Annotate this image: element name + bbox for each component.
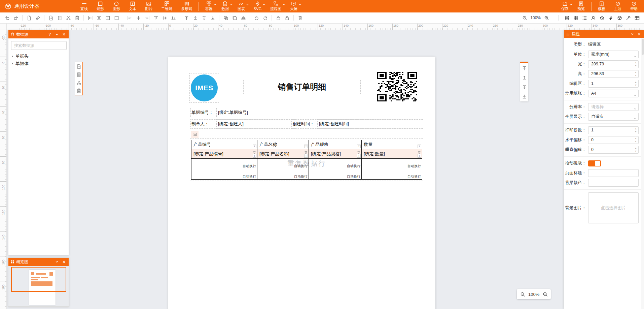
rotate-left-button[interactable] <box>253 14 260 22</box>
tool-save[interactable]: 保存 <box>557 0 573 12</box>
close-icon[interactable] <box>637 31 642 37</box>
text-style-badge[interactable]: T <box>357 145 361 148</box>
zoom-in-button[interactable] <box>543 14 550 22</box>
tool-circle[interactable]: 圆形 <box>108 0 124 12</box>
property-stepper[interactable]: 0▲▼ <box>588 136 639 144</box>
move-up-button[interactable] <box>521 74 527 81</box>
properties-scrollbar[interactable] <box>641 38 644 309</box>
duplicate-button[interactable] <box>231 14 238 22</box>
tree-item-docbody[interactable]: 单据体 <box>8 60 69 67</box>
autowrap-cell[interactable]: 自动换行 <box>191 159 257 169</box>
stepper-arrows[interactable]: ▲▼ <box>635 61 637 67</box>
widgets-button[interactable] <box>572 14 579 22</box>
datasource-panel-header[interactable]: 数据源 ? <box>8 30 69 38</box>
datasource-search-input[interactable] <box>11 41 67 50</box>
viewport-rect[interactable] <box>11 267 66 292</box>
panel-button[interactable] <box>633 14 641 22</box>
clipboard-button[interactable] <box>76 88 82 94</box>
property-select[interactable]: 毫米(mm) <box>588 51 639 58</box>
tool-text[interactable]: 文本 <box>124 0 141 12</box>
move-up-button[interactable] <box>191 14 199 22</box>
dist-v-button[interactable] <box>95 14 103 22</box>
move-down-button[interactable] <box>200 14 208 22</box>
rotate-right-button[interactable] <box>261 14 269 22</box>
text-style-badge[interactable]: T <box>304 145 308 148</box>
lock-button[interactable] <box>275 14 282 22</box>
collapse-icon[interactable] <box>54 259 60 265</box>
align-center-v-button[interactable] <box>161 14 168 22</box>
header-cell[interactable]: 数量T <box>362 140 422 149</box>
tool-line[interactable]: 直线 <box>76 0 92 12</box>
history-button[interactable] <box>598 14 606 22</box>
qrcode-element[interactable] <box>377 72 417 101</box>
text-style-badge[interactable]: T <box>357 154 361 158</box>
user-button[interactable] <box>589 14 597 22</box>
text-style-badge[interactable]: T <box>418 145 421 148</box>
tool-template[interactable]: 模板 <box>594 0 610 12</box>
tool-image[interactable]: 图片 <box>141 0 157 12</box>
unlock-button[interactable] <box>283 14 291 22</box>
stepper-arrows[interactable]: ▲▼ <box>635 137 637 143</box>
text-style-badge[interactable]: T <box>253 154 256 158</box>
move-down-button[interactable] <box>521 84 527 90</box>
close-icon[interactable] <box>61 32 67 37</box>
debug-button[interactable] <box>607 14 614 22</box>
title-text-element[interactable]: 销售订单明细 <box>243 80 361 94</box>
property-stepper[interactable]: 0▲▼ <box>588 146 639 154</box>
page-copy-button[interactable] <box>76 71 82 78</box>
property-select[interactable]: A4 <box>588 90 639 97</box>
text-style-badge[interactable]: T <box>304 154 308 158</box>
stepper-arrows[interactable]: ▲▼ <box>635 81 637 87</box>
tree-item-docheader[interactable]: 单据头 <box>8 53 69 60</box>
page-add-button[interactable] <box>47 14 55 22</box>
box-center-h-button[interactable] <box>113 14 120 22</box>
align-top-button[interactable] <box>152 14 159 22</box>
collapse-icon[interactable] <box>54 32 60 37</box>
property-select[interactable]: 请选择 <box>588 103 639 111</box>
build-button[interactable] <box>624 14 632 22</box>
combine-button[interactable] <box>222 14 229 22</box>
property-input[interactable] <box>588 169 639 177</box>
to-top-button[interactable] <box>521 65 527 71</box>
delete-cell-icon[interactable] <box>357 150 361 154</box>
page-copy-button[interactable] <box>56 14 63 22</box>
autowrap-cell[interactable]: 自动换行 <box>309 159 362 169</box>
tool-preview[interactable]: 预览 <box>573 0 589 12</box>
collapse-icon[interactable] <box>630 31 635 37</box>
tool-container[interactable]: 容器 <box>201 0 217 12</box>
undo-button[interactable] <box>3 14 11 22</box>
scissors-button[interactable] <box>65 14 72 22</box>
autowrap-cell[interactable]: 自动换行 <box>257 169 309 180</box>
dist-h-button[interactable] <box>86 14 94 22</box>
tool-qrcode[interactable]: 二维码 <box>157 0 177 12</box>
text-style-badge[interactable]: T <box>418 154 421 158</box>
outline-button[interactable] <box>581 14 588 22</box>
close-icon[interactable] <box>61 259 67 265</box>
redo-button[interactable] <box>12 14 20 22</box>
tool-flow[interactable]: 流程图 <box>266 0 286 12</box>
property-input[interactable] <box>588 179 639 187</box>
overview-panel-header[interactable]: 概览图 <box>8 258 69 266</box>
field-createtime-value[interactable]: [绑定:创建时间] <box>317 119 423 129</box>
table-settings-button[interactable] <box>191 131 199 138</box>
header-cell[interactable]: 产品名称T <box>257 140 309 149</box>
logo-element[interactable]: IMES <box>189 73 219 103</box>
bind-cell[interactable]: [绑定:产品规格]T <box>309 149 362 159</box>
to-bottom-button[interactable] <box>209 14 216 22</box>
align-bottom-button[interactable] <box>170 14 177 22</box>
tool-chart[interactable]: 图表 <box>233 0 249 12</box>
delete-cell-icon[interactable] <box>418 150 421 154</box>
stepper-arrows[interactable]: ▲▼ <box>635 71 637 77</box>
background-image-picker[interactable]: 点击选择图片 <box>588 192 639 223</box>
header-cell[interactable]: 产品编号T <box>191 140 257 149</box>
property-stepper[interactable]: 1▲▼ <box>588 80 639 88</box>
property-stepper[interactable]: 1▲▼ <box>588 126 639 134</box>
overview-body[interactable] <box>8 266 69 306</box>
align-right-button[interactable] <box>143 14 151 22</box>
tool-theme[interactable]: 主题 <box>610 0 626 12</box>
autowrap-cell[interactable]: 自动换行 <box>362 169 422 180</box>
property-stepper[interactable]: 209.79▲▼ <box>588 60 639 68</box>
field-docno-value[interactable]: [绑定:单据编号] <box>216 108 295 117</box>
autowrap-cell[interactable]: 自动换行 <box>362 159 422 169</box>
property-stepper[interactable]: 296.83▲▼ <box>588 70 639 78</box>
